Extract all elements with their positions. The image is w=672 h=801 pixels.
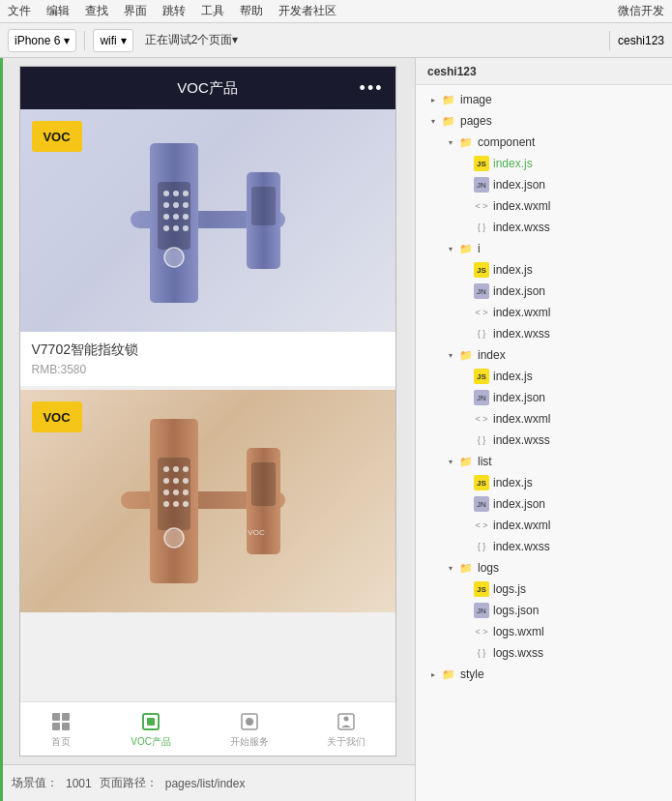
file-tree[interactable]: ▸📁image▾📁pages▾📁componentJSindex.jsJNind… (416, 85, 672, 801)
nav-product-label: VOC产品 (131, 735, 171, 749)
tree-item[interactable]: JSindex.js (416, 153, 672, 174)
product-card-1[interactable]: VOC (20, 109, 395, 386)
tree-label: style (460, 668, 484, 681)
tree-item[interactable]: { }logs.wxss (416, 642, 672, 664)
tree-item[interactable]: ▾📁list (416, 451, 672, 472)
toolbar: iPhone 6 ▾ wifi ▾ 正在调试2个页面▾ ceshi123 (0, 23, 672, 58)
voc-badge-2: VOC (32, 401, 82, 432)
tree-item[interactable]: ▾📁index (416, 344, 672, 366)
network-label: wifi (100, 34, 116, 47)
tree-label: index.json (493, 284, 545, 298)
phone-panel: VOC产品 ••• VOC (0, 58, 416, 801)
nav-about[interactable]: 关于我们 (327, 710, 365, 749)
tree-item[interactable]: < >index.wxml (416, 515, 672, 536)
tree-item[interactable]: < >index.wxml (416, 302, 672, 323)
menu-tools[interactable]: 工具 (201, 3, 224, 19)
tree-item[interactable]: ▾📁logs (416, 557, 672, 578)
tree-item[interactable]: JNindex.json (416, 281, 672, 302)
phone-menu-dots[interactable]: ••• (360, 78, 384, 99)
tree-arrow: ▾ (445, 136, 456, 148)
menu-bar: 文件 编辑 查找 界面 跳转 工具 帮助 开发者社区 微信开发 (0, 0, 672, 23)
tree-label: index.json (493, 497, 545, 511)
tree-item[interactable]: { }index.wxss (416, 217, 672, 238)
tree-item[interactable]: < >index.wxml (416, 195, 672, 217)
menu-dev[interactable]: 开发者社区 (278, 3, 336, 19)
svg-point-32 (183, 501, 189, 507)
network-dropdown-icon[interactable]: ▾ (121, 34, 127, 47)
svg-rect-39 (52, 723, 60, 730)
tree-item[interactable]: JNindex.json (416, 387, 672, 408)
svg-point-12 (163, 225, 169, 231)
nav-product[interactable]: VOC产品 (131, 710, 171, 749)
file-icon-json: JN (474, 496, 489, 512)
svg-point-7 (173, 202, 179, 208)
file-icon-wxml: < > (474, 624, 489, 639)
device-selector[interactable]: iPhone 6 ▾ (8, 29, 76, 52)
tree-item[interactable]: JNindex.json (416, 174, 672, 195)
tree-label: index.js (493, 476, 533, 490)
tree-item[interactable]: < >index.wxml (416, 408, 672, 430)
tree-item[interactable]: ▸📁style (416, 664, 672, 685)
file-icon-js: JS (474, 369, 489, 384)
tree-arrow: ▾ (445, 349, 456, 361)
file-icon-json: JN (474, 283, 489, 299)
tree-item[interactable]: ▾📁component (416, 132, 672, 153)
file-icon-json: JN (474, 390, 489, 405)
nav-home-label: 首页 (51, 735, 71, 749)
nav-service-label: 开始服务 (230, 735, 269, 749)
wechat-dev-label: 微信开发 (618, 3, 664, 19)
tree-item[interactable]: { }index.wxss (416, 536, 672, 557)
menu-file[interactable]: 文件 (8, 3, 31, 19)
svg-rect-37 (52, 713, 60, 721)
tree-item[interactable]: < >logs.wxml (416, 621, 672, 642)
tree-item[interactable]: ▾📁pages (416, 110, 672, 132)
file-icon-folder: 📁 (458, 347, 474, 363)
menu-help[interactable]: 帮助 (240, 3, 263, 19)
tree-item[interactable]: JSindex.js (416, 366, 672, 387)
tree-item[interactable]: JNlogs.json (416, 600, 672, 621)
tree-label: index.wxss (493, 327, 550, 341)
device-dropdown-icon[interactable]: ▾ (64, 34, 70, 47)
tree-label: image (460, 93, 492, 106)
menu-edit[interactable]: 编辑 (46, 3, 70, 19)
tree-label: i (478, 242, 481, 255)
tree-item[interactable]: JNindex.json (416, 493, 672, 515)
file-icon-wxss: { } (474, 220, 489, 235)
tree-label: index.wxml (493, 306, 550, 319)
toolbar-right: ceshi123 (609, 31, 664, 50)
file-icon-wxss: { } (474, 326, 489, 341)
svg-point-6 (163, 202, 169, 208)
network-selector[interactable]: wifi ▾ (93, 29, 132, 52)
tree-label: index.wxss (493, 433, 550, 447)
tree-item[interactable]: ▾📁i (416, 238, 672, 259)
phone-screen: VOC产品 ••• VOC (19, 66, 396, 756)
svg-point-8 (183, 202, 189, 208)
tree-item[interactable]: JSindex.js (416, 259, 672, 281)
tree-item[interactable]: JSlogs.js (416, 578, 672, 600)
phone-content[interactable]: VOC (20, 109, 395, 701)
product-image-2: VOC (20, 390, 395, 612)
file-icon-wxml: < > (474, 198, 489, 214)
file-icon-wxss: { } (474, 432, 489, 448)
file-icon-folder: 📁 (458, 134, 474, 150)
svg-point-46 (344, 716, 349, 721)
svg-point-28 (173, 490, 179, 495)
tree-label: index.json (493, 178, 545, 192)
svg-point-27 (163, 490, 169, 495)
debug-status[interactable]: 正在调试2个页面▾ (145, 32, 239, 48)
tree-item[interactable]: ▸📁image (416, 89, 672, 110)
menu-find[interactable]: 查找 (85, 3, 108, 19)
tree-label: index.wxml (493, 412, 550, 426)
menu-jump[interactable]: 跳转 (162, 3, 186, 19)
nav-home[interactable]: 首页 (49, 710, 73, 749)
file-icon-folder: 📁 (441, 113, 456, 129)
menu-ui[interactable]: 界面 (124, 3, 147, 19)
tree-label: index (478, 348, 506, 362)
tree-arrow: ▾ (445, 243, 456, 254)
product-card-2[interactable]: VOC (20, 390, 395, 612)
tree-item[interactable]: { }index.wxss (416, 323, 672, 344)
tree-item[interactable]: JSindex.js (416, 472, 672, 493)
tree-item[interactable]: { }index.wxss (416, 430, 672, 451)
file-icon-folder: 📁 (458, 454, 474, 469)
nav-service[interactable]: 开始服务 (230, 710, 269, 749)
